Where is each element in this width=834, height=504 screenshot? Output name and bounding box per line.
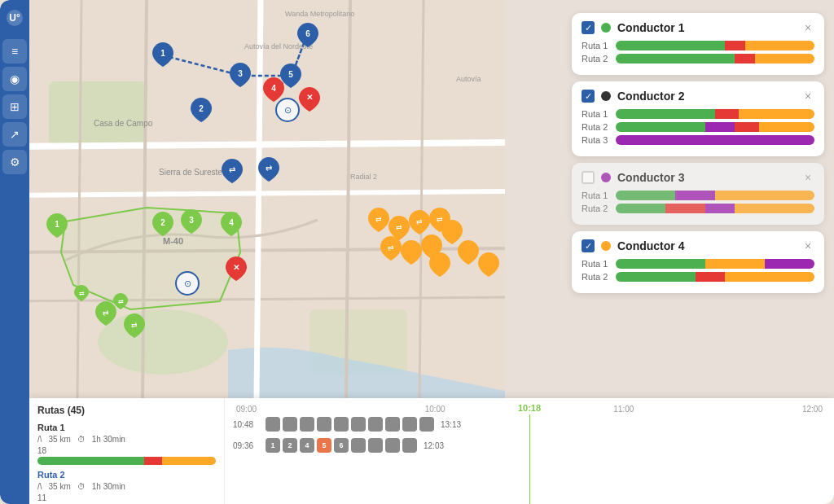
svg-line-8: [257, 0, 261, 399]
conductor-checkbox-c3[interactable]: [582, 171, 595, 184]
bar-segment: [616, 191, 675, 200]
svg-text:Sierra de Sureste: Sierra de Sureste: [159, 168, 222, 177]
route-label: Ruta 1: [582, 259, 611, 269]
timeline-blocks-row1: [266, 417, 434, 432]
time-11: 11:00: [613, 405, 634, 414]
sidebar-item-grid[interactable]: ⊞: [2, 94, 27, 119]
route-item: Ruta 2/\ 35 km ⏱ 1h 30min11: [37, 470, 216, 504]
svg-text:⇄: ⇄: [131, 321, 138, 329]
route-distance: 35 km: [49, 435, 71, 444]
time-12: 12:00: [802, 405, 823, 414]
svg-text:✕: ✕: [233, 263, 239, 272]
bar-segment: [616, 135, 814, 145]
route-label: Ruta 2: [582, 204, 611, 213]
t-block-4[interactable]: 4: [300, 438, 314, 453]
t-block[interactable]: [283, 417, 297, 432]
route-duration: 1h 30min: [92, 435, 125, 444]
route-row: Ruta 2: [582, 204, 814, 213]
routes-title: Rutas (45): [37, 405, 216, 416]
bar-segment: [735, 122, 758, 132]
sidebar-item-map[interactable]: ◉: [2, 67, 27, 91]
sidebar-item-settings[interactable]: ⚙: [2, 150, 27, 174]
svg-text:⇄: ⇄: [229, 165, 235, 174]
t-block[interactable]: [266, 417, 280, 432]
conductor-name-c2: Conductor 2: [617, 90, 795, 103]
svg-rect-3: [309, 309, 407, 375]
bar-segment: [745, 41, 814, 50]
t-block-1[interactable]: 1: [266, 438, 280, 453]
bar-segment: [696, 272, 726, 282]
svg-text:Wanda Metropolitano: Wanda Metropolitano: [285, 10, 354, 18]
t-block-7[interactable]: [351, 438, 366, 453]
sidebar-item-route[interactable]: ↗: [2, 122, 27, 147]
t-block-10[interactable]: [402, 438, 417, 453]
t-block[interactable]: [368, 417, 383, 432]
route-row: Ruta 1: [582, 109, 814, 119]
bar-segment: [759, 122, 814, 132]
conductor-close-c4[interactable]: ×: [801, 239, 814, 252]
t-block[interactable]: [402, 417, 417, 432]
t-block[interactable]: [317, 417, 331, 432]
svg-text:4: 4: [271, 84, 276, 93]
conductor-close-c2[interactable]: ×: [801, 90, 814, 103]
svg-rect-0: [0, 0, 505, 399]
svg-text:5: 5: [288, 70, 293, 79]
route-row: Ruta 3: [582, 135, 814, 145]
conductor-close-c3[interactable]: ×: [801, 171, 814, 184]
mini-bar-segment: [162, 457, 216, 465]
route-label: Ruta 3: [582, 135, 611, 145]
svg-text:⇄: ⇄: [416, 217, 423, 226]
conductor-header-c4: ✓Conductor 4×: [582, 239, 814, 252]
t-block-9[interactable]: [385, 438, 400, 453]
t-block-5[interactable]: 5: [317, 438, 331, 453]
bar-segment: [739, 109, 814, 119]
t-block-2[interactable]: 2: [283, 438, 297, 453]
t-block-8[interactable]: [368, 438, 383, 453]
t-block[interactable]: [419, 417, 434, 432]
timeline-area: 10:18 09:00 10:00 11:00 12:00 10:48: [225, 398, 834, 504]
route-number: 11: [37, 493, 216, 502]
conductor-checkbox-c4[interactable]: ✓: [582, 239, 595, 252]
t-block[interactable]: [334, 417, 349, 432]
svg-text:6: 6: [305, 29, 310, 38]
svg-text:Radial 2: Radial 2: [350, 173, 377, 181]
time-09: 09:00: [236, 405, 257, 414]
route-label: Ruta 1: [582, 41, 611, 50]
mini-bar-segment: [37, 457, 144, 465]
route-duration: 1h 30min: [92, 482, 125, 491]
svg-rect-1: [49, 81, 147, 147]
right-panel: ✓Conductor 1×Ruta 1Ruta 2✓Conductor 2×Ru…: [572, 13, 824, 293]
row1-start-time: 10:48: [233, 420, 262, 429]
time-10: 10:00: [425, 405, 446, 414]
t-block-6[interactable]: 6: [334, 438, 349, 453]
bar-segment: [705, 204, 735, 213]
route-icon: /\: [37, 435, 42, 444]
route-label: Ruta 2: [582, 122, 611, 132]
route-bar: [616, 109, 814, 119]
route-item: Ruta 1/\ 35 km ⏱ 1h 30min18: [37, 423, 216, 465]
left-sidebar: U° ≡ ◉ ⊞ ↗ ⚙: [0, 0, 29, 504]
route-row: Ruta 1: [582, 259, 814, 269]
route-item-header: Ruta 1: [37, 423, 216, 432]
conductor-checkbox-c1[interactable]: ✓: [582, 21, 595, 34]
t-block[interactable]: [385, 417, 400, 432]
svg-text:3: 3: [238, 69, 243, 78]
clock-icon: ⏱: [77, 435, 86, 444]
timeline-blocks-row2: 1 2 4 5 6: [266, 438, 417, 453]
t-block[interactable]: [300, 417, 314, 432]
bar-segment: [616, 122, 705, 132]
svg-text:⇄: ⇄: [388, 243, 394, 252]
bar-segment: [725, 272, 814, 282]
conductor-checkbox-c2[interactable]: ✓: [582, 90, 595, 103]
route-row: Ruta 2: [582, 54, 814, 64]
t-block[interactable]: [351, 417, 366, 432]
route-label: Ruta 1: [582, 191, 611, 200]
conductor-close-c1[interactable]: ×: [801, 21, 814, 34]
routes-list: Rutas (45) Ruta 1/\ 35 km ⏱ 1h 30min18Ru…: [29, 398, 225, 504]
conductor-card-c1: ✓Conductor 1×Ruta 1Ruta 2: [572, 13, 824, 75]
route-bar: [616, 135, 814, 145]
sidebar-item-menu[interactable]: ≡: [2, 39, 27, 64]
mini-bar-segment: [144, 457, 162, 465]
svg-text:⇄: ⇄: [103, 309, 109, 317]
svg-text:✕: ✕: [306, 93, 313, 102]
